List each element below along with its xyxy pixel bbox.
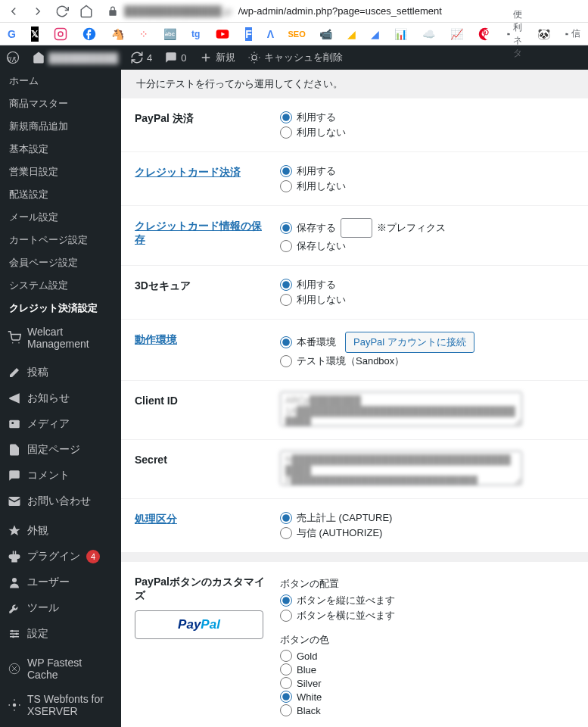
row-process-label[interactable]: 処理区分 (135, 513, 177, 525)
bookmark-folder-2[interactable]: 信 (565, 27, 580, 42)
bookmark-youtube[interactable] (215, 27, 230, 42)
color-white-radio[interactable] (280, 691, 292, 703)
process-capture-radio[interactable] (280, 512, 292, 524)
back-button[interactable] (6, 4, 21, 19)
layout-horizontal-radio[interactable] (280, 610, 292, 622)
sidebar-tswebfonts[interactable]: TS Webfonts for XSERVER (0, 687, 121, 723)
new-content[interactable]: 新規 (193, 45, 241, 70)
svg-point-23 (13, 704, 17, 707)
layout-vertical-radio[interactable] (280, 594, 292, 607)
sidebar-welcart[interactable]: Welcart Management (0, 320, 121, 356)
sidebar-plugins[interactable]: プラグイン4 (0, 544, 121, 569)
3ds-use-radio[interactable] (280, 279, 292, 291)
paypal-connect-button[interactable]: PayPal アカウントに接続 (345, 332, 474, 353)
forward-button[interactable] (30, 4, 45, 19)
sidebar-item-credit-settings[interactable]: クレジット決済設定 (0, 297, 121, 320)
svg-point-13 (11, 422, 14, 424)
sidebar-item-home[interactable]: ホーム (0, 70, 121, 92)
sidebar-item-basic-settings[interactable]: 基本設定 (0, 138, 121, 161)
env-test-label: テスト環境（Sandbox） (297, 354, 404, 368)
svg-point-1 (58, 32, 63, 36)
bookmark-cloud[interactable]: ☁️ (422, 27, 435, 42)
bookmark-ads[interactable]: ◢ (347, 27, 356, 42)
bookmark-misc1[interactable]: 🐴 (111, 27, 124, 42)
row-env-label[interactable]: 動作環境 (135, 333, 177, 345)
env-test-radio[interactable] (280, 355, 292, 367)
paypal-preview-button[interactable]: PayPal (135, 610, 263, 639)
sidebar-appearance[interactable]: 外観 (0, 518, 121, 544)
color-blue-label: Blue (297, 664, 316, 676)
secret-textarea[interactable] (280, 451, 522, 485)
sidebar-item-product-master[interactable]: 商品マスター (0, 92, 121, 115)
bookmark-folder-1[interactable]: 便利ネタ (507, 27, 522, 42)
sidebar-media[interactable]: メディア (0, 411, 121, 437)
layout-heading: ボタンの配置 (280, 577, 580, 591)
bookmark-pinterest[interactable] (478, 27, 492, 42)
sidebar-collapse[interactable]: メニューを閉じる (0, 723, 121, 727)
clientid-textarea[interactable] (280, 392, 522, 426)
bookmark-meet[interactable]: 📹 (319, 27, 332, 42)
bookmark-seo[interactable]: SEO (289, 27, 304, 42)
cc-use-radio[interactable] (280, 165, 292, 177)
bookmark-instagram[interactable] (54, 27, 67, 42)
bookmark-flipboard[interactable]: F (245, 27, 252, 41)
sidebar-settings[interactable]: 設定 (0, 621, 121, 647)
sidebar-news[interactable]: お知らせ (0, 385, 121, 411)
address-bar[interactable]: ██████████████.jp/wp-admin/admin.php?pag… (103, 3, 582, 20)
bookmark-facebook[interactable] (82, 27, 96, 42)
sidebar-item-cart-page[interactable]: カートページ設定 (0, 229, 121, 251)
paypal-use-radio[interactable] (280, 111, 292, 123)
bookmark-x[interactable]: 𝕏 (31, 27, 39, 42)
color-gold-radio[interactable] (280, 650, 292, 662)
color-blue-radio[interactable] (280, 663, 292, 676)
site-name[interactable]: ██████████ (26, 45, 124, 70)
sidebar-item-shipping[interactable]: 配送設定 (0, 183, 121, 206)
wp-logo[interactable] (0, 45, 26, 70)
cache-clear[interactable]: キャッシュを削除 (241, 45, 349, 70)
row-cc-label[interactable]: クレジットカード決済 (135, 166, 241, 178)
color-silver-radio[interactable] (280, 677, 292, 689)
bookmark-a[interactable]: Λ (267, 27, 274, 42)
ccsave-prefix-input[interactable] (341, 218, 372, 238)
sidebar-wpfc[interactable]: WP Fastest Cache (0, 651, 121, 687)
color-black-radio[interactable] (280, 704, 292, 716)
row-button-label: PayPalボタンのカスタマイズ (135, 576, 265, 601)
row-clientid-label: Client ID (121, 381, 272, 440)
bookmark-panda[interactable]: 🐼 (537, 27, 550, 42)
comments-count[interactable]: 0 (158, 45, 192, 70)
env-prod-radio[interactable] (280, 336, 292, 348)
paypal-not-radio[interactable] (280, 126, 292, 139)
ccsave-save-radio[interactable] (280, 222, 292, 234)
home-button[interactable] (79, 4, 94, 19)
row-ccsave-label[interactable]: クレジットカード情報の保存 (135, 220, 262, 245)
sidebar-users[interactable]: ユーザー (0, 569, 121, 595)
ccsave-not-radio[interactable] (280, 240, 292, 252)
bookmark-trend[interactable]: 📈 (450, 27, 463, 42)
process-capture-label: 売上計上 (CAPTURE) (297, 511, 392, 525)
bookmark-misc2[interactable]: ⁘ (139, 27, 148, 42)
updates-count[interactable]: 4 (124, 45, 158, 70)
sidebar-posts[interactable]: 投稿 (0, 360, 121, 385)
color-black-label: Black (297, 705, 321, 716)
sidebar-item-new-product[interactable]: 新規商品追加 (0, 115, 121, 138)
sidebar-pages[interactable]: 固定ページ (0, 437, 121, 463)
sidebar-tools[interactable]: ツール (0, 595, 121, 621)
sidebar-item-business-days[interactable]: 営業日設定 (0, 161, 121, 183)
svg-rect-12 (9, 420, 20, 429)
svg-point-21 (12, 635, 14, 638)
process-auth-radio[interactable] (280, 527, 292, 539)
sidebar-comments[interactable]: コメント (0, 463, 121, 488)
cc-not-radio[interactable] (280, 180, 292, 192)
bookmark-translate[interactable]: 🔤 (163, 27, 176, 42)
bookmark-google[interactable]: G (8, 27, 16, 42)
reload-button[interactable] (54, 4, 70, 19)
sidebar-contact[interactable]: お問い合わせ (0, 488, 121, 514)
bookmark-analytics[interactable]: 📊 (394, 27, 407, 42)
sidebar-item-system[interactable]: システム設定 (0, 274, 121, 297)
sidebar-item-member-page[interactable]: 会員ページ設定 (0, 251, 121, 274)
bookmark-tg[interactable]: tg (191, 27, 200, 42)
notice-text: 十分にテストを行ってから運用してください。 (121, 70, 588, 98)
3ds-not-radio[interactable] (280, 294, 292, 306)
bookmark-sc[interactable]: ◢ (371, 27, 379, 42)
sidebar-item-mail[interactable]: メール設定 (0, 206, 121, 229)
